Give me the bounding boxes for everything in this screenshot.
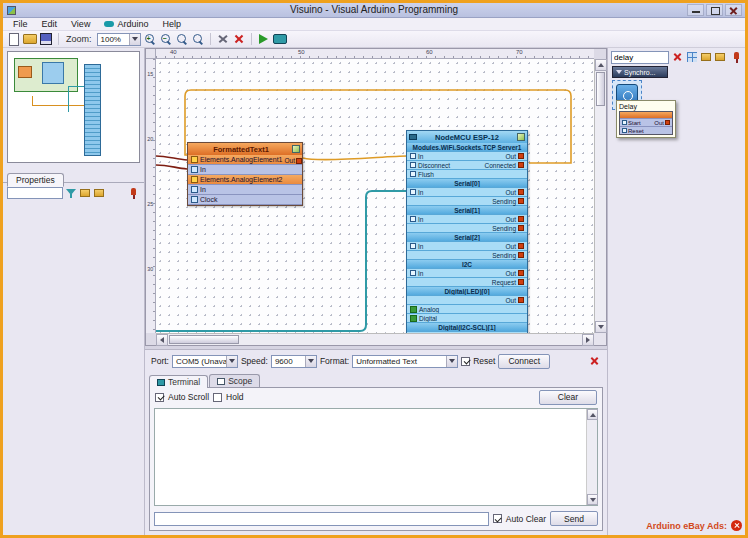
minimize-button[interactable] [687, 4, 704, 16]
maximize-button[interactable] [706, 4, 723, 16]
edit-pencil-icon[interactable] [292, 145, 300, 153]
nodemcu-row[interactable]: Analog [407, 305, 527, 314]
nodemcu-row[interactable]: In Out [407, 152, 527, 161]
expand-all-icon[interactable] [700, 51, 712, 63]
minimap[interactable] [7, 51, 140, 163]
format-dropdown[interactable]: Unformatted Text [352, 355, 458, 368]
tab-scope[interactable]: Scope [209, 374, 260, 387]
menu-edit[interactable]: Edit [36, 19, 64, 29]
nodemcu-row[interactable]: In Out [407, 242, 527, 251]
compile-icon[interactable] [257, 32, 271, 46]
formattedtext-header[interactable]: FormattedText1 [188, 143, 302, 155]
filter-icon[interactable] [65, 187, 77, 199]
component-formattedtext1[interactable]: FormattedText1 Elements.AnalogElement1 I… [187, 142, 303, 206]
terminal-output[interactable] [154, 408, 598, 506]
component-nodemcu[interactable]: NodeMCU ESP-12 Modules.WiFi.Sockets.TCP … [406, 130, 528, 335]
zoom-actual-icon[interactable] [191, 32, 205, 46]
formattedtext-row[interactable]: In [188, 185, 302, 195]
scroll-right-icon[interactable] [582, 334, 594, 346]
nodemcu-row[interactable]: Out [407, 296, 527, 305]
save-icon[interactable] [39, 32, 53, 46]
send-input[interactable] [154, 512, 489, 526]
nodemcu-row[interactable]: Flush [407, 170, 527, 179]
nodemcu-row[interactable]: Serial[0] [407, 179, 527, 188]
nodemcu-row[interactable]: Sending [407, 197, 527, 206]
close-button[interactable] [725, 4, 742, 16]
nodemcu-row[interactable]: Serial[1] [407, 206, 527, 215]
reset-checkbox[interactable] [461, 357, 470, 366]
chip-icon [409, 134, 417, 140]
view-mode-icon[interactable] [686, 51, 698, 63]
design-canvas[interactable]: 40506070 15202530 FormattedText1 [145, 48, 607, 346]
clear-button[interactable]: Clear [539, 390, 597, 405]
nodemcu-row[interactable]: In Out [407, 188, 527, 197]
speed-dropdown[interactable]: 9600 [271, 355, 317, 368]
nodemcu-row[interactable]: Modules.WiFi.Sockets.TCP Server1 [407, 143, 527, 152]
nodemcu-row[interactable]: I2C [407, 260, 527, 269]
disconnect-icon[interactable] [588, 355, 601, 368]
new-file-icon[interactable] [7, 32, 21, 46]
formattedtext-row[interactable]: In [188, 165, 302, 175]
scroll-up-icon[interactable] [587, 409, 598, 420]
tab-terminal[interactable]: Terminal [149, 375, 208, 388]
auto-scroll-checkbox[interactable] [155, 393, 164, 402]
wire-darkred-1[interactable] [156, 156, 187, 160]
menu-view[interactable]: View [65, 19, 96, 29]
terminal-scrollbar[interactable] [586, 409, 597, 505]
nodemcu-row[interactable]: Digital [407, 314, 527, 323]
nodemcu-row[interactable]: Disconnect Connected [407, 161, 527, 170]
nodemcu-row[interactable]: Request [407, 278, 527, 287]
send-button[interactable]: Send [550, 511, 598, 526]
zoom-dropdown[interactable]: 100% [97, 33, 141, 46]
wire-teal-serial[interactable] [156, 191, 407, 331]
formattedtext-row[interactable]: Clock [188, 195, 302, 205]
clear-search-icon[interactable] [671, 51, 684, 64]
canvas-horizontal-scrollbar[interactable] [156, 333, 594, 345]
pin-right-label: Out [506, 297, 524, 304]
collapse-all-icon[interactable] [714, 51, 726, 63]
delete-icon[interactable] [232, 32, 246, 46]
formattedtext-row[interactable]: Elements.AnalogElement2 [188, 175, 302, 185]
zoom-fit-icon[interactable] [175, 32, 189, 46]
upload-board-icon[interactable] [273, 32, 287, 46]
nodemcu-row[interactable]: Digital(I2C-SCL)[1] [407, 323, 527, 332]
wire-darkred-2[interactable] [156, 165, 187, 169]
zoom-in-icon[interactable]: + [143, 32, 157, 46]
port-dropdown[interactable]: COM5 (Unava... [172, 355, 238, 368]
palette-category-synchronization[interactable]: Synchro... [612, 66, 668, 78]
nodemcu-row[interactable]: Serial[2] [407, 233, 527, 242]
scrollbar-thumb[interactable] [596, 72, 605, 106]
collapse-categories-icon[interactable] [93, 187, 105, 199]
nodemcu-header[interactable]: NodeMCU ESP-12 [407, 131, 527, 143]
nodemcu-row[interactable]: Sending [407, 224, 527, 233]
menu-file[interactable]: File [7, 19, 34, 29]
zoom-out-icon[interactable]: − [159, 32, 173, 46]
open-file-icon[interactable] [23, 32, 37, 46]
hold-checkbox[interactable] [213, 393, 222, 402]
canvas-vertical-scrollbar[interactable] [594, 59, 606, 333]
connect-button[interactable]: Connect [498, 354, 550, 369]
pin-out[interactable]: Out [285, 157, 302, 164]
nodemcu-row[interactable]: In Out [407, 215, 527, 224]
nodemcu-row[interactable]: Digital(LED)[0] [407, 287, 527, 296]
design-sheet[interactable]: FormattedText1 Elements.AnalogElement1 I… [156, 59, 596, 335]
auto-clear-checkbox[interactable] [493, 514, 502, 523]
pin-panel-icon[interactable] [128, 187, 140, 199]
scrollbar-thumb[interactable] [169, 335, 239, 344]
close-ads-icon[interactable] [731, 520, 742, 531]
properties-filter-input[interactable] [7, 187, 63, 199]
nodemcu-row[interactable]: Sending [407, 251, 527, 260]
scroll-down-icon[interactable] [595, 321, 607, 333]
scroll-left-icon[interactable] [156, 334, 168, 346]
wire-orange-direct[interactable] [303, 156, 407, 160]
edit-pencil-icon[interactable] [517, 133, 525, 141]
scroll-up-icon[interactable] [595, 59, 607, 71]
scroll-down-icon[interactable] [587, 494, 598, 505]
search-input[interactable] [611, 51, 669, 64]
expand-categories-icon[interactable] [79, 187, 91, 199]
pin-palette-icon[interactable] [731, 51, 743, 63]
nodemcu-row[interactable]: In Out [407, 269, 527, 278]
menu-arduino[interactable]: Arduino [98, 19, 154, 29]
menu-help[interactable]: Help [156, 19, 187, 29]
cut-icon[interactable] [216, 32, 230, 46]
